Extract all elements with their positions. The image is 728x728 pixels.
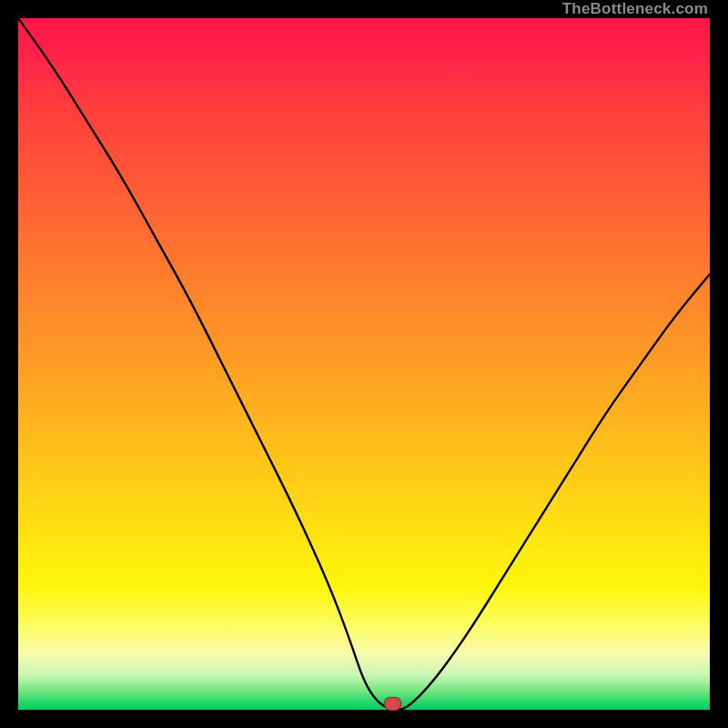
watermark-text: TheBottleneck.com: [562, 0, 708, 18]
optimum-marker: [384, 697, 401, 711]
chart-frame: TheBottleneck.com: [0, 0, 728, 728]
plot-gradient-background: [18, 18, 710, 710]
